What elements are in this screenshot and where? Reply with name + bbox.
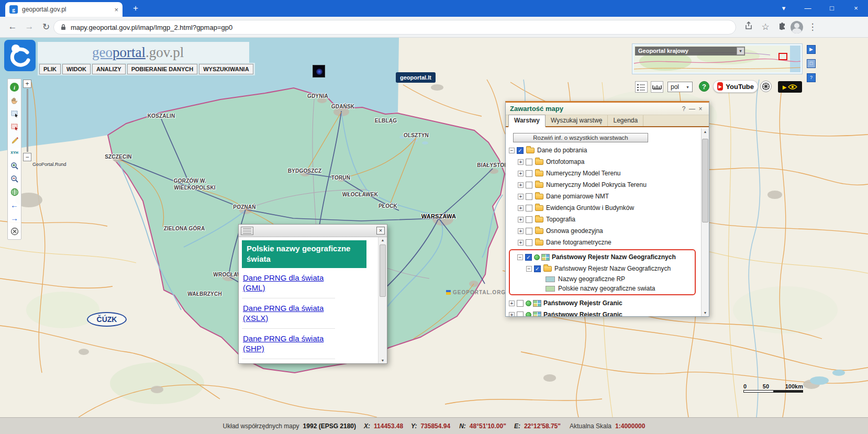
zoom-slider[interactable] (27, 89, 28, 152)
xyh-coordinates-button[interactable]: XYH (8, 146, 21, 159)
menu-item-widok[interactable]: WIDOK (62, 64, 91, 74)
zoom-out-button[interactable] (8, 172, 21, 185)
geoportal-logo-icon[interactable] (4, 40, 36, 73)
next-view-button[interactable]: → (8, 212, 21, 225)
expand-icon[interactable]: + (518, 182, 524, 188)
edge-toolbar-button-layers[interactable]: □ (807, 59, 816, 68)
dialog-close-button[interactable]: × (376, 227, 385, 235)
layer-checkbox[interactable]: ✓ (517, 147, 524, 154)
layer-checkbox[interactable] (526, 205, 532, 212)
tab-close-icon[interactable]: × (114, 6, 118, 14)
layer-checkbox[interactable] (526, 159, 532, 165)
window-minimize-button[interactable]: — (796, 0, 820, 17)
scroll-up-icon[interactable]: ▲ (702, 130, 709, 133)
legend-button[interactable] (635, 81, 648, 93)
zoom-in-button[interactable] (8, 159, 21, 172)
layer-row[interactable]: −✓Dane do pobrania (506, 144, 701, 156)
forward-icon[interactable]: → (23, 21, 36, 32)
zoom-minus-button[interactable]: − (23, 153, 31, 161)
collapse-icon[interactable]: − (517, 254, 523, 260)
full-extent-button[interactable] (8, 185, 21, 198)
expand-all-layers-button[interactable]: Rozwiń inf. o wszystkich warstwach (513, 133, 648, 142)
expand-icon[interactable]: + (509, 312, 515, 317)
collapse-icon[interactable]: − (509, 148, 515, 153)
bookmark-star-icon[interactable]: ☆ (759, 21, 772, 32)
layer-row[interactable]: +Numeryczny Model Pokrycia Terenu (506, 179, 701, 191)
download-link[interactable]: Dane PRNG dla świata (XSLX) (242, 298, 335, 329)
scrollbar-thumb[interactable] (380, 244, 386, 297)
dialog-scrollbar[interactable]: ▲ ▼ (378, 237, 387, 363)
panel-help-icon[interactable]: ? (680, 105, 688, 113)
pan-button[interactable] (8, 94, 21, 107)
overview-map[interactable]: Geoportal krajowy ▾ (632, 44, 802, 74)
panel-titlebar[interactable]: Zawartość mapy ? — × (506, 103, 709, 115)
expand-icon[interactable]: + (518, 228, 524, 234)
scroll-down-icon[interactable]: ▼ (379, 359, 387, 362)
geoportal-lt-overlay[interactable]: geoportal.lt (396, 72, 436, 83)
expand-icon[interactable]: + (518, 194, 524, 199)
browser-menu-icon[interactable]: ⋮ (806, 21, 819, 32)
layer-row[interactable]: +Państwowy Rejestr Granic (506, 309, 701, 316)
youtube-button[interactable]: ▶YouTube (713, 80, 758, 93)
language-select[interactable]: pol▼ (667, 82, 693, 92)
layer-row[interactable]: +Ewidencja Gruntów i Budynków (506, 202, 701, 214)
clear-selection-button[interactable] (8, 120, 21, 133)
cancel-tool-button[interactable] (8, 225, 21, 238)
scroll-up-icon[interactable]: ▲ (379, 238, 387, 242)
scroll-down-icon[interactable]: ▼ (702, 311, 709, 315)
edge-toolbar-button-collapse[interactable]: ▶ (807, 45, 816, 54)
expand-icon[interactable]: + (518, 240, 524, 246)
layer-row[interactable]: Polskie nazwy geograficzne swiata (514, 284, 695, 293)
expand-icon[interactable]: + (518, 159, 524, 165)
tab-search-icon[interactable]: ▾ (772, 0, 796, 17)
layer-checkbox[interactable] (526, 239, 532, 246)
layer-checkbox[interactable] (526, 216, 532, 223)
layer-checkbox[interactable] (526, 228, 532, 235)
tab-legenda[interactable]: Legenda (608, 115, 643, 126)
layer-row[interactable]: −✓Państwowy Rejestr Nazw Geograficznych (514, 263, 695, 274)
expand-icon[interactable]: + (509, 301, 515, 306)
layer-checkbox[interactable] (526, 182, 532, 188)
layer-row[interactable]: +Dane pomiarowe NMT (506, 191, 701, 202)
zoom-plus-button[interactable]: + (23, 80, 31, 88)
panel-minimize-icon[interactable]: — (688, 105, 696, 113)
map-canvas[interactable] (0, 38, 868, 417)
layer-row[interactable]: +Numeryczny Model Terenu (506, 168, 701, 179)
layer-row[interactable]: +Ortofotomapa (506, 156, 701, 168)
dialog-menu-icon[interactable] (241, 227, 253, 235)
menu-item-pobieranie-danych[interactable]: POBIERANIE DANYCH (127, 64, 198, 74)
layer-checkbox[interactable] (517, 300, 524, 307)
identify-button[interactable]: i (8, 81, 21, 94)
layer-row[interactable]: +Dane fotogrametryczne (506, 237, 701, 248)
panel-scrollbar[interactable]: ▲ ▼ (701, 128, 709, 316)
window-close-button[interactable]: × (844, 0, 868, 17)
panel-close-icon[interactable]: × (696, 105, 705, 113)
window-maximize-button[interactable]: □ (820, 0, 844, 17)
extensions-puzzle-icon[interactable] (776, 21, 788, 32)
menu-item-plik[interactable]: PLIK (39, 64, 61, 74)
layer-checkbox[interactable] (526, 193, 532, 200)
address-bar[interactable]: mapy.geoportal.gov.pl/imap/Imgp_2.html?g… (53, 20, 736, 35)
browser-tab[interactable]: g geoportal.gov.pl × (5, 2, 123, 17)
overview-collapse-icon[interactable]: ▾ (737, 47, 744, 55)
new-tab-button[interactable]: + (130, 3, 141, 14)
layer-checkbox[interactable] (517, 311, 524, 317)
wheel-button[interactable] (760, 81, 772, 92)
tab-warstwy[interactable]: Warstwy (508, 115, 546, 127)
layer-row[interactable]: +Osnowa geodezyjna (506, 225, 701, 237)
expand-icon[interactable]: + (518, 205, 524, 211)
dialog-titlebar[interactable]: × (239, 225, 387, 237)
layer-row[interactable]: +Topografia (506, 214, 701, 225)
measure-button[interactable] (8, 133, 21, 146)
expand-icon[interactable]: + (518, 171, 524, 176)
edge-toolbar-button-info[interactable]: ? (807, 73, 816, 82)
layer-checkbox[interactable]: ✓ (525, 254, 532, 261)
reload-icon[interactable]: ↻ (40, 21, 52, 32)
scrollbar-thumb[interactable] (702, 139, 708, 222)
layer-row[interactable]: Nazwy geograficzne RP (514, 274, 695, 284)
layer-checkbox[interactable] (526, 170, 532, 177)
layer-row[interactable]: −✓Państwowy Rejestr Nazw Geograficznych (514, 251, 695, 263)
overview-extent-marker[interactable] (778, 53, 787, 60)
menu-item-wyszukiwania[interactable]: WYSZUKIWANIA (199, 64, 253, 74)
layer-checkbox[interactable]: ✓ (534, 265, 541, 272)
